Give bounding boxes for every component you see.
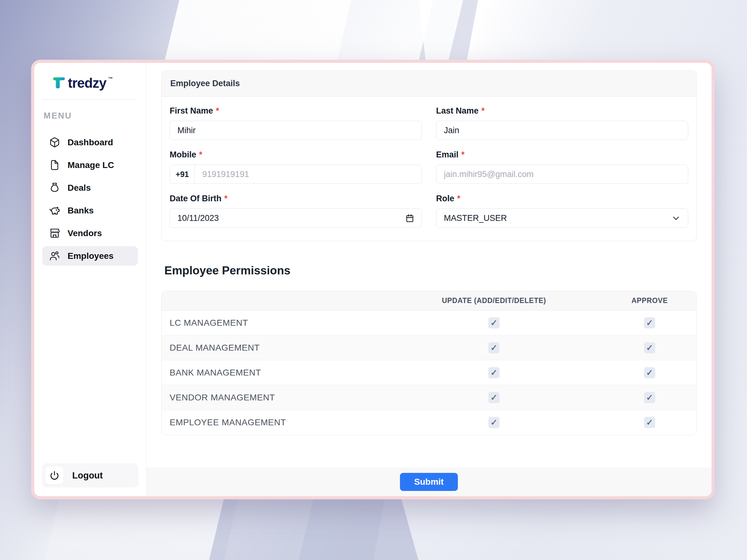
sidebar-item-label: Vendors <box>68 229 102 238</box>
form-footer: Submit <box>146 468 712 496</box>
menu-section-label: MENU <box>44 111 146 121</box>
role-field-group: Role* MASTER_USER <box>436 194 688 228</box>
permissions-row: DEAL MANAGEMENT✓✓ <box>161 336 696 360</box>
last-name-field-group: Last Name* <box>436 106 688 140</box>
permission-name: BANK MANAGEMENT <box>161 368 385 378</box>
approve-checkbox[interactable]: ✓ <box>644 317 655 328</box>
desktop-background: tredzy ™ MENU DashboardManage LCDealsBan… <box>0 0 747 560</box>
update-column-header: UPDATE (ADD/EDIT/DELETE) <box>385 296 603 305</box>
update-checkbox[interactable]: ✓ <box>488 367 499 378</box>
approve-column-header: APPROVE <box>603 296 696 305</box>
approve-checkbox[interactable]: ✓ <box>644 342 655 353</box>
approve-checkbox[interactable]: ✓ <box>644 392 655 403</box>
permissions-row: VENDOR MANAGEMENT✓✓ <box>161 385 696 410</box>
logout-button[interactable]: Logout <box>42 463 138 487</box>
tredzy-logo-icon <box>52 76 66 90</box>
first-name-label: First Name* <box>170 106 422 116</box>
sidebar-item-label: Banks <box>68 206 94 216</box>
piggy-bank-icon <box>49 205 60 216</box>
brand-logo: tredzy ™ <box>34 63 146 98</box>
required-asterisk: * <box>461 150 465 159</box>
power-icon <box>46 466 63 484</box>
permission-name: EMPLOYEE MANAGEMENT <box>161 418 385 427</box>
brand-name: tredzy <box>68 76 106 90</box>
mobile-label: Mobile* <box>170 150 422 160</box>
permission-name: DEAL MANAGEMENT <box>161 343 385 353</box>
sidebar-item-label: Deals <box>68 183 91 193</box>
mobile-field-group: Mobile* +91 <box>170 150 422 184</box>
employee-details-form: First Name* Last Name* Mobile* +91 <box>161 97 696 241</box>
money-bag-icon <box>49 182 60 193</box>
sidebar-item-manage-lc[interactable]: Manage LC <box>42 155 138 175</box>
submit-button[interactable]: Submit <box>400 473 458 491</box>
last-name-input[interactable] <box>436 121 688 140</box>
main-content: Employee Details First Name* Last Name* … <box>146 63 712 496</box>
sidebar-item-banks[interactable]: Banks <box>42 201 138 220</box>
first-name-field-group: First Name* <box>170 106 422 140</box>
app-window: tredzy ™ MENU DashboardManage LCDealsBan… <box>31 60 715 499</box>
sidebar-item-vendors[interactable]: Vendors <box>42 223 138 243</box>
role-select[interactable]: MASTER_USER <box>436 209 688 228</box>
required-asterisk: * <box>225 194 228 203</box>
required-asterisk: * <box>482 106 485 115</box>
email-field-group: Email* <box>436 150 688 184</box>
permission-name: LC MANAGEMENT <box>161 318 385 328</box>
sidebar-divider <box>42 100 137 100</box>
update-checkbox[interactable]: ✓ <box>488 417 499 428</box>
storefront-icon <box>49 228 60 239</box>
sidebar-menu: DashboardManage LCDealsBanksVendorsEmplo… <box>34 133 146 266</box>
employee-details-card: Employee Details First Name* Last Name* … <box>161 70 697 241</box>
update-checkbox[interactable]: ✓ <box>488 317 499 328</box>
permissions-row: BANK MANAGEMENT✓✓ <box>161 360 696 385</box>
required-asterisk: * <box>457 194 461 203</box>
mobile-input[interactable] <box>195 165 421 184</box>
dob-date-input[interactable]: 10/11/2023 <box>170 209 422 228</box>
permissions-table-body: LC MANAGEMENT✓✓DEAL MANAGEMENT✓✓BANK MAN… <box>161 311 696 435</box>
email-input[interactable] <box>436 165 688 184</box>
role-label: Role* <box>436 194 688 204</box>
last-name-label: Last Name* <box>436 106 688 116</box>
permissions-table: UPDATE (ADD/EDIT/DELETE) APPROVE LC MANA… <box>161 291 697 435</box>
email-label: Email* <box>436 150 688 160</box>
sidebar-item-dashboard[interactable]: Dashboard <box>42 133 138 152</box>
permissions-row: EMPLOYEE MANAGEMENT✓✓ <box>161 410 696 435</box>
approve-checkbox[interactable]: ✓ <box>644 367 655 378</box>
users-icon <box>49 250 60 261</box>
approve-checkbox[interactable]: ✓ <box>644 417 655 428</box>
file-icon <box>49 160 60 170</box>
cube-icon <box>49 137 60 148</box>
role-selected-value: MASTER_USER <box>444 213 672 223</box>
dob-value: 10/11/2023 <box>177 213 405 223</box>
trademark-symbol: ™ <box>108 76 113 81</box>
first-name-input[interactable] <box>170 121 422 140</box>
sidebar-item-label: Manage LC <box>68 160 114 170</box>
mobile-country-code: +91 <box>170 165 195 184</box>
permission-name: VENDOR MANAGEMENT <box>161 393 385 403</box>
dob-field-group: Date Of Birth* 10/11/2023 <box>170 194 422 228</box>
sidebar-item-label: Employees <box>68 251 113 261</box>
sidebar-item-deals[interactable]: Deals <box>42 178 138 197</box>
employee-permissions-title: Employee Permissions <box>164 264 697 277</box>
required-asterisk: * <box>199 150 203 159</box>
permissions-table-header: UPDATE (ADD/EDIT/DELETE) APPROVE <box>161 291 696 311</box>
logout-label: Logout <box>72 471 103 481</box>
update-checkbox[interactable]: ✓ <box>488 392 499 403</box>
calendar-icon[interactable] <box>405 214 414 222</box>
required-asterisk: * <box>216 106 220 115</box>
permissions-row: LC MANAGEMENT✓✓ <box>161 311 696 336</box>
dob-label: Date Of Birth* <box>170 194 422 204</box>
employee-details-title: Employee Details <box>161 71 696 97</box>
update-checkbox[interactable]: ✓ <box>488 342 499 353</box>
sidebar: tredzy ™ MENU DashboardManage LCDealsBan… <box>34 63 146 496</box>
sidebar-item-label: Dashboard <box>68 137 113 148</box>
sidebar-item-employees[interactable]: Employees <box>42 246 138 266</box>
chevron-down-icon <box>672 214 680 222</box>
